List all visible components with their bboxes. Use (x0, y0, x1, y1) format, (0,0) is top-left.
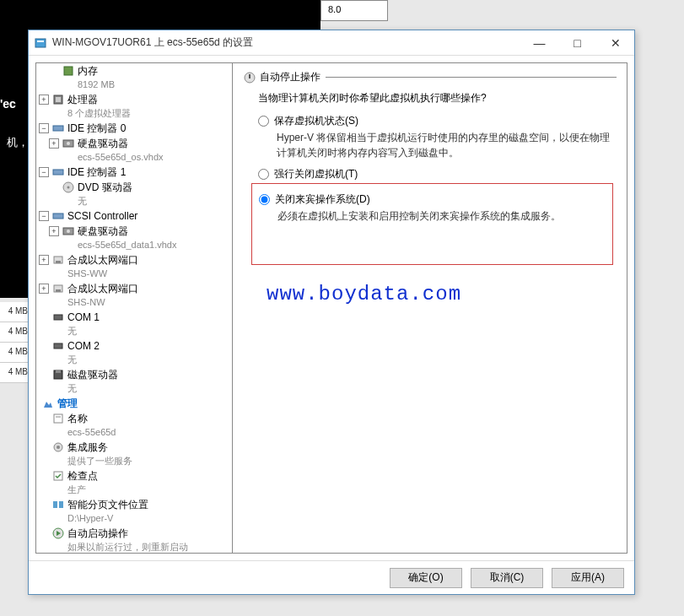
svg-rect-22 (54, 414, 62, 423)
tree-item-label: 名称 (67, 412, 116, 425)
tree-item[interactable]: −SCSI Controller (36, 208, 232, 224)
tree-item-sublabel: 无 (67, 353, 100, 366)
radio-save-state[interactable] (258, 116, 269, 127)
tree-item[interactable]: COM 2无 (36, 338, 232, 367)
expander-icon[interactable]: + (39, 255, 49, 265)
dvd-icon (62, 181, 75, 194)
svg-rect-2 (64, 67, 73, 75)
tree-item[interactable]: +合成以太网端口SHS-NW (36, 281, 232, 310)
close-button[interactable]: ✕ (596, 30, 634, 56)
radio-turnoff[interactable] (258, 169, 269, 180)
expander-icon[interactable]: + (39, 95, 49, 105)
tree-item[interactable]: +硬盘驱动器ecs-55e65d_os.vhdx (36, 136, 232, 165)
svg-point-13 (67, 230, 70, 233)
svg-rect-28 (59, 501, 63, 508)
ide-icon (51, 165, 65, 179)
radio-option-shutdown-guest[interactable]: 关闭来宾操作系统(D) (259, 192, 612, 207)
svg-rect-5 (53, 126, 63, 131)
svg-rect-27 (53, 501, 57, 508)
expander-icon[interactable]: − (39, 167, 49, 177)
tree-item-sublabel: 无 (67, 381, 118, 395)
tree-item-label: 自动启动操作 (67, 527, 188, 540)
svg-point-25 (57, 446, 60, 449)
tree-item[interactable]: −IDE 控制器 0 (36, 121, 232, 136)
bg-row: 4 MB (0, 322, 30, 343)
tree-item-label: SCSI Controller (67, 209, 137, 223)
tree-item[interactable]: 自动启动操作如果以前运行过，则重新启动 (36, 526, 232, 554)
tree-item-sublabel: 8192 MB (78, 78, 115, 91)
radio-option-turnoff[interactable]: 强行关闭虚拟机(T) (258, 167, 617, 181)
tree-item[interactable]: 磁盘驱动器无 (36, 367, 232, 396)
svg-rect-0 (35, 39, 46, 47)
option-description: Hyper-V 将保留相当于虚拟机运行时使用的内存里的磁盘空间，以便在物理计算机… (277, 130, 617, 160)
radio-shutdown-guest[interactable] (259, 194, 270, 205)
bg-text-fragment: 机， (7, 135, 29, 150)
svg-point-7 (67, 142, 70, 145)
radio-option-save-state[interactable]: 保存虚拟机状态(S) (258, 114, 617, 128)
bg-row: 4 MB (0, 343, 30, 363)
tree-item-label: 检查点 (67, 469, 98, 483)
tree-item-sublabel: 8 个虚拟处理器 (67, 106, 131, 120)
svg-rect-19 (54, 343, 62, 349)
highlighted-option-box: 关闭来宾操作系统(D) 必须在虚拟机上安装和启用控制关闭来宾操作系统的集成服务。 (251, 183, 613, 265)
name-icon (51, 412, 65, 425)
tree-section-label: 管理 (57, 397, 78, 410)
maximize-button[interactable]: □ (558, 30, 596, 56)
expander-icon[interactable]: + (49, 138, 59, 149)
tree-item[interactable]: 检查点生产 (36, 468, 232, 497)
tree-item[interactable]: DVD 驱动器无 (36, 180, 232, 208)
tree-item-sublabel: 生产 (67, 483, 98, 496)
minimize-button[interactable]: — (520, 30, 558, 56)
expander-icon[interactable]: + (39, 284, 49, 294)
tree-item-label: 内存 (78, 64, 115, 78)
svg-point-10 (67, 186, 70, 189)
tree-item-sublabel: 提供了一些服务 (67, 454, 132, 467)
scsi-icon (51, 209, 65, 223)
watermark-text: www.boydata.com (267, 283, 461, 305)
window-title: WIN-MGOV17UOR61 上 ecs-55e65d 的设置 (52, 35, 520, 50)
radio-label: 保存虚拟机状态(S) (274, 114, 358, 128)
svg-rect-17 (56, 289, 61, 292)
svc-icon (51, 440, 65, 454)
tree-item-label: 集成服务 (67, 440, 132, 454)
com-icon (51, 339, 65, 353)
tree-item[interactable]: 内存8192 MB (36, 63, 232, 92)
apply-button[interactable]: 应用(A) (552, 568, 624, 588)
tree-item[interactable]: +硬盘驱动器ecs-55e65d_data1.vhdx (36, 224, 232, 252)
section-divider (326, 77, 617, 78)
tree-section-header: 管理 (36, 396, 232, 411)
page-icon (51, 498, 65, 511)
tree-item-label: 磁盘驱动器 (67, 368, 118, 381)
bg-row: 4 MB (0, 363, 30, 383)
option-description: 必须在虚拟机上安装和启用控制关闭来宾操作系统的集成服务。 (277, 208, 612, 224)
tree-item-label: 智能分页文件位置 (67, 498, 148, 511)
nic-icon (51, 282, 65, 295)
expander-icon[interactable]: + (49, 226, 59, 236)
tree-item-sublabel: SHS-WW (67, 267, 138, 280)
bg-cell: 8.0 (320, 0, 388, 21)
tree-item[interactable]: COM 1无 (36, 310, 232, 338)
cpu-icon (51, 93, 65, 106)
tree-item[interactable]: 集成服务提供了一些服务 (36, 440, 232, 468)
cancel-button[interactable]: 取消(C) (471, 568, 543, 588)
tree-item[interactable]: +合成以太网端口SHS-WW (36, 252, 232, 281)
tree-item[interactable]: 名称ecs-55e65d (36, 411, 232, 440)
ok-button[interactable]: 确定(O) (390, 568, 462, 588)
tree-item[interactable]: +处理器8 个虚拟处理器 (36, 92, 232, 121)
tree-item-label: 合成以太网端口 (67, 253, 138, 267)
tree-item-sublabel: ecs-55e65d_os.vhdx (78, 150, 164, 164)
titlebar[interactable]: WIN-MGOV17UOR61 上 ecs-55e65d 的设置 — □ ✕ (29, 30, 634, 56)
bg-row-labels: 4 MB 4 MB 4 MB 4 MB (0, 302, 30, 383)
settings-tree[interactable]: 内存8192 MB+处理器8 个虚拟处理器−IDE 控制器 0+硬盘驱动器ecs… (35, 62, 233, 554)
dialog-body: 内存8192 MB+处理器8 个虚拟处理器−IDE 控制器 0+硬盘驱动器ecs… (29, 56, 634, 560)
tree-item-sublabel: SHS-NW (67, 295, 138, 309)
expander-icon[interactable]: − (39, 211, 49, 221)
tree-item[interactable]: 智能分页文件位置D:\Hyper-V (36, 497, 232, 526)
start-icon (51, 527, 65, 540)
svg-rect-15 (56, 261, 61, 263)
expander-icon[interactable]: − (39, 123, 49, 133)
settings-dialog: WIN-MGOV17UOR61 上 ecs-55e65d 的设置 — □ ✕ 内… (28, 30, 635, 595)
prompt-text: 当物理计算机关闭时你希望此虚拟机执行哪些操作? (258, 91, 617, 105)
tree-item-sublabel: D:\Hyper-V (67, 511, 148, 525)
tree-item[interactable]: −IDE 控制器 1 (36, 165, 232, 180)
